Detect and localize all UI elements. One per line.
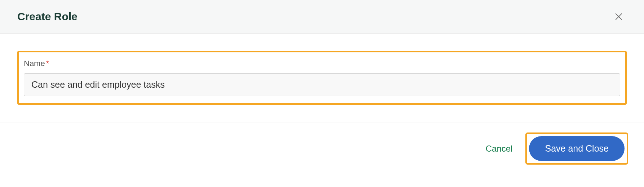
save-and-close-button[interactable]: Save and Close	[529, 136, 625, 161]
cancel-button[interactable]: Cancel	[483, 139, 516, 158]
required-indicator: *	[46, 59, 49, 68]
page-title: Create Role	[17, 10, 78, 23]
form-section: Name*	[0, 34, 644, 122]
name-field-highlight: Name*	[17, 51, 627, 105]
name-input[interactable]	[24, 73, 620, 96]
dialog-footer: Cancel Save and Close	[0, 122, 644, 175]
dialog-header: Create Role	[0, 0, 644, 34]
name-field-label: Name*	[24, 59, 620, 68]
save-button-highlight: Save and Close	[525, 132, 628, 165]
close-button[interactable]	[611, 9, 627, 25]
name-label-text: Name	[24, 59, 45, 68]
close-icon	[614, 12, 624, 22]
